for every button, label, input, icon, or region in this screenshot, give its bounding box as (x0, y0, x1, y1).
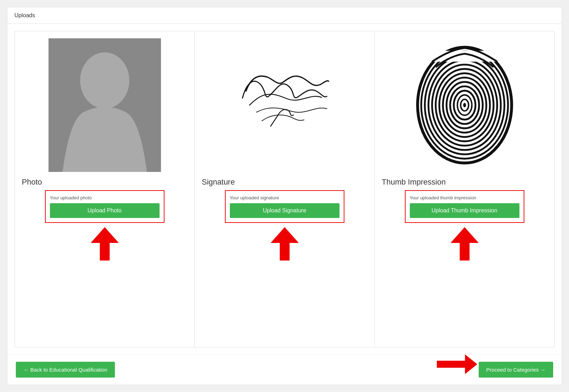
arrow-head-icon (271, 227, 299, 243)
section-header: Uploads (7, 7, 562, 24)
upload-signature-button[interactable]: Upload Signature (230, 203, 340, 218)
photo-upload-label: Your uploaded photo (50, 195, 160, 200)
fingerprint-icon (414, 44, 516, 167)
fingerprint-image-area (408, 38, 521, 172)
arrow-head-icon (91, 227, 119, 243)
svg-point-16 (463, 103, 466, 107)
proceed-button[interactable]: Proceed to Categories → (479, 362, 553, 378)
signature-panel: Signature Your uploaded signature Upload… (194, 31, 374, 347)
photo-arrow (91, 227, 119, 261)
thumb-panel: Thumb Impression Your uploaded thumb imp… (374, 31, 555, 347)
signature-image-icon (228, 38, 341, 172)
back-button[interactable]: ← Back to Educational Qualification (16, 362, 115, 378)
thumb-arrow (451, 227, 479, 261)
photo-panel: Photo Your uploaded photo Upload Photo (14, 31, 194, 347)
arrow-right-body (437, 361, 465, 368)
arrow-body (100, 243, 110, 261)
signature-arrow (271, 227, 299, 261)
svg-rect-2 (98, 103, 112, 114)
proceed-arrow-annotation (437, 354, 477, 374)
thumb-label: Thumb Impression (382, 178, 446, 187)
signature-image-area (228, 38, 341, 172)
thumb-upload-label: Your uploaded thumb impression (410, 195, 519, 200)
arrow-body (460, 243, 470, 261)
uploads-container: Photo Your uploaded photo Upload Photo (7, 24, 562, 354)
svg-point-1 (80, 52, 129, 109)
upload-photo-button[interactable]: Upload Photo (50, 203, 160, 218)
upload-thumb-button[interactable]: Upload Thumb Impression (410, 203, 519, 218)
signature-upload-label: Your uploaded signature (230, 195, 340, 200)
photo-placeholder (49, 38, 161, 172)
arrow-right-head-icon (465, 354, 477, 374)
signature-label: Signature (202, 178, 235, 187)
thumb-upload-box: Your uploaded thumb impression Upload Th… (405, 190, 524, 223)
photo-upload-box: Your uploaded photo Upload Photo (45, 190, 164, 223)
person-silhouette-icon (49, 38, 161, 172)
arrow-body (280, 243, 290, 261)
photo-label: Photo (22, 178, 42, 187)
arrow-head-icon (451, 227, 479, 243)
signature-upload-box: Your uploaded signature Upload Signature (225, 190, 344, 223)
bottom-navigation: ← Back to Educational Qualification Proc… (7, 354, 562, 385)
